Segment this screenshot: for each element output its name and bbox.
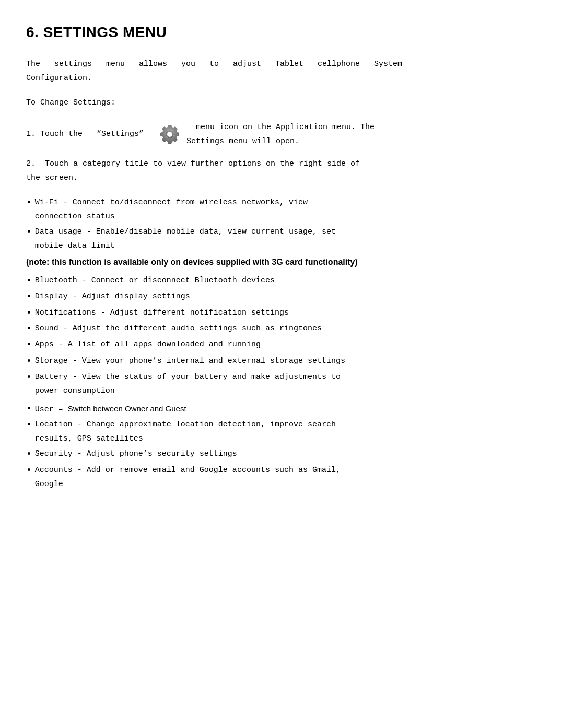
- bullet-dot-storage: •: [26, 354, 32, 369]
- bullet-dot-security: •: [26, 447, 32, 462]
- bullet-battery: • Battery - View the status of your batt…: [26, 370, 559, 398]
- bullet-section-2: • Bluetooth - Connect or disconnect Blue…: [26, 273, 559, 398]
- intro-text-1: The settings menu allows you to adjust T…: [26, 60, 402, 83]
- bullet-wifi: • Wi-Fi - Connect to/disconnect from wir…: [26, 195, 559, 224]
- bullet-apps: • Apps - A list of all apps downloaded a…: [26, 338, 559, 353]
- bullet-dot-notifications: •: [26, 306, 32, 321]
- bullet-dot-sound: •: [26, 321, 32, 337]
- step1-row: 1. Touch the “Settings” menu icon on the…: [26, 120, 559, 148]
- bullet-sound-text: Sound - Adjust the different audio setti…: [35, 321, 559, 336]
- note-text: (note: this function is available only o…: [26, 255, 559, 269]
- bullet-dot-accounts: •: [26, 463, 32, 478]
- bullet-user-text: User – Switch between Owner and Guest: [35, 401, 559, 417]
- bullet-dot-apps: •: [26, 338, 32, 353]
- bullet-dot-bluetooth: •: [26, 273, 32, 288]
- bullet-dot-user: •: [26, 401, 32, 417]
- bullet-security: • Security - Adjust phone’s security set…: [26, 447, 559, 462]
- bullet-sound: • Sound - Adjust the different audio set…: [26, 321, 559, 337]
- bullet-notifications: • Notifications - Adjust different notif…: [26, 306, 559, 321]
- bullet-dot-data: •: [26, 225, 32, 240]
- intro-paragraph-2: To Change Settings:: [26, 96, 559, 110]
- bullet-accounts-text: Accounts - Add or remove email and Googl…: [35, 463, 559, 491]
- bullet-display: • Display - Adjust display settings: [26, 290, 559, 305]
- note-bold-section: (note: this function is available only o…: [26, 255, 559, 269]
- bullet-user: • User – Switch between Owner and Guest: [26, 401, 559, 417]
- bullet-storage: • Storage - View your phone’s internal a…: [26, 354, 559, 369]
- bullet-battery-text: Battery - View the status of your batter…: [35, 370, 559, 398]
- page-content: 6. SETTINGS MENU The settings menu allow…: [26, 21, 559, 491]
- step1-prefix: 1. Touch the “Settings”: [26, 127, 153, 141]
- section-title: 6. SETTINGS MENU: [26, 21, 559, 44]
- step2-text: 2. Touch a category title to view furthe…: [26, 159, 360, 182]
- step1-suffix: menu icon on the Application menu. TheSe…: [186, 120, 375, 148]
- bullet-bluetooth-text: Bluetooth - Connect or disconnect Blueto…: [35, 273, 559, 287]
- bullet-wifi-text: Wi-Fi - Connect to/disconnect from wirel…: [35, 195, 559, 224]
- step2-paragraph: 2. Touch a category title to view furthe…: [26, 157, 559, 185]
- bullet-notifications-text: Notifications - Adjust different notific…: [35, 306, 559, 320]
- bullet-dot-wifi: •: [26, 195, 32, 211]
- bullet-display-text: Display - Adjust display settings: [35, 290, 559, 304]
- bullet-apps-text: Apps - A list of all apps downloaded and…: [35, 338, 559, 352]
- bullet-data-text: Data usage - Enable/disable mobile data,…: [35, 225, 559, 253]
- bullet-dot-location: •: [26, 418, 32, 433]
- intro-paragraph-1: The settings menu allows you to adjust T…: [26, 57, 559, 85]
- bullet-data-usage: • Data usage - Enable/disable mobile dat…: [26, 225, 559, 253]
- bullet-section-3: • User – Switch between Owner and Guest …: [26, 401, 559, 491]
- bullet-dot-battery: •: [26, 370, 32, 385]
- bullet-section-1: • Wi-Fi - Connect to/disconnect from wir…: [26, 195, 559, 253]
- bullet-bluetooth: • Bluetooth - Connect or disconnect Blue…: [26, 273, 559, 288]
- bullet-location-text: Location - Change approximate location d…: [35, 418, 559, 446]
- bullet-accounts: • Accounts - Add or remove email and Goo…: [26, 463, 559, 491]
- bullet-location: • Location - Change approximate location…: [26, 418, 559, 446]
- settings-gear-icon: [157, 122, 182, 147]
- bullet-dot-display: •: [26, 290, 32, 305]
- intro-text-2: To Change Settings:: [26, 98, 115, 107]
- bullet-storage-text: Storage - View your phone’s internal and…: [35, 354, 559, 368]
- bullet-security-text: Security - Adjust phone’s security setti…: [35, 447, 559, 461]
